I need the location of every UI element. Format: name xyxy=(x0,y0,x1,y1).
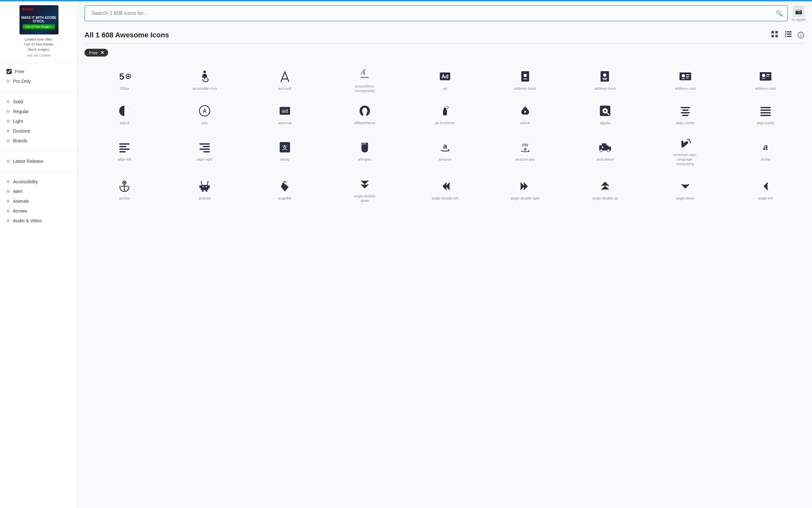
list-view-button[interactable] xyxy=(783,29,794,41)
svg-rect-38 xyxy=(686,78,688,78)
icon-cell-angle-double-up[interactable]: angle-double-up xyxy=(565,172,646,208)
icon-name-align-left: align-left xyxy=(118,157,132,162)
light-dot xyxy=(6,120,10,123)
solid-label: Solid xyxy=(13,99,23,104)
svg-point-35 xyxy=(682,74,685,77)
divider-2 xyxy=(0,151,78,151)
filter-audio-video[interactable]: Audio & Video xyxy=(6,216,71,225)
icon-name-500px: 500px xyxy=(120,86,129,91)
filter-pro-only[interactable]: Pro Only xyxy=(6,76,71,86)
filter-section-free: Free Pro Only xyxy=(0,63,78,90)
icon-cell-asl[interactable]: american-sign-language-interpreting xyxy=(646,130,726,172)
svg-rect-6 xyxy=(785,34,786,35)
icon-cell-angle-double-down[interactable]: angle-double-down xyxy=(325,172,405,208)
icon-name-angle-double-left: angle-double-left xyxy=(432,196,458,201)
ad-cta[interactable]: Get 10 free images › xyxy=(23,25,55,29)
icon-name-amilia: amilia xyxy=(761,157,770,162)
filter-accessibility[interactable]: Accessibility xyxy=(6,177,71,186)
icon-name-angle-double-up: angle-double-up xyxy=(592,196,618,201)
icon-cell-angle-left[interactable]: angle-left xyxy=(725,172,806,208)
icon-cell-align-left[interactable]: align-left xyxy=(85,130,165,172)
filter-section-named: Accessibility Alert Animals Arrows Audio… xyxy=(0,173,78,229)
filter-latest-release[interactable]: Latest Release xyxy=(6,156,71,166)
icon-cell-android[interactable]: android xyxy=(165,172,245,208)
filter-animals[interactable]: Animals xyxy=(6,196,71,206)
icon-cell-adversal[interactable]: ad adversal xyxy=(245,98,325,130)
filter-solid[interactable]: Solid xyxy=(6,97,71,107)
icon-cell-anchor[interactable]: anchor xyxy=(85,172,165,208)
latest-release-label: Latest Release xyxy=(13,159,43,164)
icon-cell-airbnb[interactable]: airbnb xyxy=(485,98,565,130)
page-title-bar: All 1 608 Awesome Icons xyxy=(85,25,806,44)
icon-cell-align-right[interactable]: align-right xyxy=(165,130,245,172)
icon-affiliatetheme xyxy=(358,104,371,118)
icon-name-align-center: align-center xyxy=(676,121,695,125)
filter-alert[interactable]: Alert xyxy=(6,186,71,196)
icon-cell-accessible[interactable]: accessible-icon xyxy=(165,62,245,98)
svg-rect-72 xyxy=(203,146,210,147)
svg-rect-9 xyxy=(787,36,792,37)
filter-duotone[interactable]: Duotone xyxy=(6,126,71,136)
sidebar-ad[interactable]: Adobe MAKE IT WITH ADOBE STOCK. Get 10 f… xyxy=(0,0,78,63)
icon-cell-ambulance[interactable]: ambulance xyxy=(565,130,646,172)
svg-rect-69 xyxy=(119,149,130,150)
icon-name-adjust: adjust xyxy=(120,121,129,125)
filter-arrows[interactable]: Arrows xyxy=(6,206,71,216)
icon-cell-amazon-pay[interactable]: pay a amazon-pay xyxy=(485,130,565,172)
svg-rect-5 xyxy=(787,31,792,33)
icons-grid: 5 500px accessible-icon xyxy=(85,62,806,208)
svg-point-57 xyxy=(604,110,606,112)
info-button[interactable] xyxy=(797,31,806,40)
icon-align-right xyxy=(198,140,211,155)
icon-angle-double-left xyxy=(438,179,451,194)
free-filter-chip[interactable]: Free ✕ xyxy=(85,49,108,56)
filter-free[interactable]: Free xyxy=(6,67,71,76)
icon-cell-algolia[interactable]: algolia xyxy=(565,98,646,130)
svg-text:a: a xyxy=(443,142,447,150)
svg-rect-42 xyxy=(766,76,769,76)
icon-name-angle-double-down: angle-double-down xyxy=(350,194,379,203)
icon-cell-angle-double-right[interactable]: angle-double-right xyxy=(485,172,565,208)
free-checkbox[interactable] xyxy=(6,69,12,74)
icon-cell-allergies[interactable]: allergies xyxy=(325,130,405,172)
icon-name-angle-double-right: angle-double-right xyxy=(511,196,539,201)
view-controls xyxy=(769,29,806,41)
icon-cell-angle-down[interactable]: angle-down xyxy=(646,172,726,208)
search-input[interactable] xyxy=(85,5,788,22)
accessibility-dot xyxy=(6,180,10,183)
icon-name-airbnb: airbnb xyxy=(520,121,530,125)
svg-point-15 xyxy=(127,75,129,77)
filter-regular[interactable]: Regular xyxy=(6,107,71,116)
icon-cell-500px[interactable]: 5 500px xyxy=(85,62,165,98)
algolia-icon: 📷 xyxy=(793,5,805,17)
algolia-badge: 📷 by algolia xyxy=(792,5,806,22)
icon-cell-align-center[interactable]: align-center xyxy=(646,98,726,130)
icon-cell-address-book-2[interactable]: address-book xyxy=(565,62,646,98)
chip-remove-icon[interactable]: ✕ xyxy=(100,50,104,55)
icon-align-justify xyxy=(759,104,772,118)
filter-light[interactable]: Light xyxy=(6,116,71,126)
filter-brands[interactable]: Brands xyxy=(6,136,71,145)
icon-address-book-2 xyxy=(599,69,612,84)
icon-cell-affiliatetheme[interactable]: affiliatetheme xyxy=(325,98,405,130)
icon-cell-alipay[interactable]: 支 alipay xyxy=(245,130,325,172)
icon-cell-adjust[interactable]: adjust xyxy=(85,98,165,130)
icon-cell-address-book-1[interactable]: address-book xyxy=(485,62,565,98)
grid-view-button[interactable] xyxy=(769,29,780,41)
icon-cell-angellist[interactable]: angellist xyxy=(245,172,325,208)
icon-cell-amazon[interactable]: a amazon xyxy=(405,130,485,172)
icon-cell-align-justify[interactable]: align-justify xyxy=(725,98,806,130)
icon-cell-address-card-1[interactable]: address-card xyxy=(646,62,726,98)
icon-cell-air-freshener[interactable]: air-freshener xyxy=(405,98,485,130)
icon-address-card-1 xyxy=(679,69,692,84)
icon-cell-adn[interactable]: A adn xyxy=(165,98,245,130)
svg-text:A: A xyxy=(203,108,206,114)
light-label: Light xyxy=(13,119,23,124)
icon-cell-amilia[interactable]: a amilia xyxy=(725,130,806,172)
icon-cell-angle-double-left[interactable]: angle-double-left xyxy=(405,172,485,208)
icon-asl xyxy=(679,135,692,150)
icon-cell-address-card-2[interactable]: address-card xyxy=(725,62,806,98)
icon-cell-ad[interactable]: Ad ad xyxy=(405,62,485,98)
icon-cell-acquisitions[interactable]: A acquisitions-incorporated xyxy=(325,62,405,98)
icon-cell-accusoft[interactable]: accusoft xyxy=(245,62,325,98)
